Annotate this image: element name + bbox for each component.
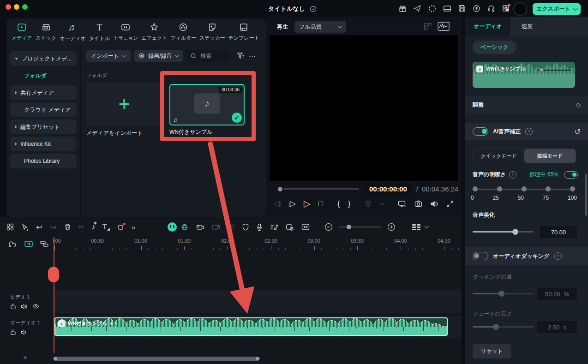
inspector-scrollbar[interactable] (585, 173, 587, 216)
upload-cloud-icon[interactable] (473, 5, 480, 12)
keyboard-panel-icon[interactable] (443, 5, 451, 12)
clarity-toggle[interactable] (564, 171, 578, 179)
basic-chip[interactable]: ベーシック (473, 41, 516, 54)
add-track-button[interactable]: + (23, 353, 27, 361)
seek-track[interactable] (283, 188, 359, 190)
microphone-icon[interactable] (256, 223, 263, 231)
mark-out-button[interactable]: } (348, 200, 351, 208)
volume-icon[interactable] (430, 200, 438, 208)
filter-funnel-icon[interactable] (237, 52, 245, 60)
mark-in-button[interactable]: { (337, 200, 340, 208)
timeline-horizontal-scrollbar[interactable] (53, 357, 260, 361)
tab-templates[interactable]: テンプレート (228, 22, 259, 46)
tab-stock[interactable]: ストック (36, 22, 57, 46)
sidebar-item-folder[interactable]: フォルダ (10, 68, 77, 83)
adjust-section-header[interactable]: 調整 ◇ (465, 96, 588, 113)
minimize-window-button[interactable] (14, 4, 19, 10)
fit-timeline-icon[interactable] (301, 223, 310, 231)
export-button[interactable]: エクスポート (533, 3, 581, 15)
screen-record-icon[interactable] (196, 224, 204, 231)
tab-transition[interactable]: トラ...ョン (113, 22, 138, 46)
fade-length-slider[interactable] (473, 324, 534, 330)
sidebar-item-project-media[interactable]: プロジェクトメデ... (10, 51, 77, 66)
next-frame-button[interactable]: |▷ (288, 200, 296, 208)
clip-volume-handle[interactable] (539, 67, 544, 72)
tab-effects[interactable]: エフェクト (141, 22, 167, 46)
processing-status-link[interactable]: 処理中 65% (529, 171, 558, 179)
support-headset-icon[interactable] (487, 5, 495, 12)
search-input[interactable] (199, 52, 226, 60)
sidebar-item-photos-library[interactable]: Photos Library (10, 154, 77, 168)
marker-chevron-icon[interactable] (380, 201, 384, 205)
delete-icon[interactable] (64, 223, 71, 231)
redo-icon[interactable]: ↪ (50, 222, 56, 232)
marker-button[interactable] (365, 200, 372, 208)
split-scissors-icon[interactable]: ✂ (78, 223, 84, 231)
quick-mode-button[interactable]: クイックモード (473, 149, 524, 163)
ducking-amount-slider[interactable] (473, 291, 534, 297)
visibility-eye-icon[interactable] (32, 303, 39, 310)
reset-section-icon[interactable]: ↺ (575, 127, 581, 136)
video-viewport[interactable] (270, 35, 458, 181)
ducking-toggle[interactable] (473, 252, 488, 260)
timeline-zoom-slider[interactable] (339, 224, 381, 230)
lock-icon[interactable] (10, 329, 16, 335)
shield-icon[interactable] (242, 223, 249, 231)
tab-stickers[interactable]: ステッカー (199, 22, 225, 46)
keyframe-hide-icon[interactable] (286, 224, 294, 231)
sidebar-item-cloud-media[interactable]: クラウド メディア (10, 102, 77, 117)
gift-icon[interactable] (399, 5, 407, 12)
beat-detect-icon[interactable]: ♪ (91, 223, 95, 231)
video-track-lane[interactable] (53, 290, 462, 313)
media-view-grid-icon[interactable] (6, 223, 14, 231)
play-button[interactable]: ▷ (304, 199, 311, 208)
snap-magnet-icon[interactable] (8, 240, 17, 248)
chevron-down-icon[interactable] (425, 224, 429, 229)
close-window-button[interactable] (6, 4, 11, 10)
playhead-line[interactable] (54, 237, 54, 353)
sidebar-item-influence-kit[interactable]: Influence Kit (10, 137, 77, 151)
zoom-window-button[interactable] (22, 4, 28, 10)
mute-speaker-icon[interactable] (21, 329, 28, 335)
select-cursor-icon[interactable] (21, 223, 29, 231)
apps-grid-icon[interactable] (502, 5, 510, 12)
stop-button[interactable]: □ (318, 200, 323, 208)
zoom-out-icon[interactable] (324, 223, 333, 231)
tab-speed[interactable]: 速度 (522, 23, 533, 30)
timeline-audio-clip[interactable]: ♪ WN付きサンプル (54, 317, 448, 336)
undo-icon[interactable]: ↩ (36, 222, 42, 232)
tab-titles[interactable]: T タイトル (89, 22, 110, 46)
record-dropdown[interactable]: 録画/録音 (134, 50, 183, 62)
quality-dropdown[interactable]: フル品質 (294, 21, 346, 33)
display-output-icon[interactable] (398, 200, 407, 208)
snapshot-camera-icon[interactable] (414, 200, 422, 207)
diamond-keyframe-icon[interactable]: ◇ (576, 101, 581, 108)
tab-audio[interactable]: ♬ オーディオ (60, 22, 86, 46)
crop-tool-icon[interactable] (117, 224, 124, 231)
track-manager-icon[interactable] (40, 240, 49, 248)
more-options-icon[interactable]: … (248, 50, 256, 59)
zoom-in-icon[interactable] (387, 223, 396, 231)
sidebar-item-shared-media[interactable]: 共有メディア (10, 85, 77, 100)
timeline-ruler[interactable]: 00:00 00:30 01:00 01:30 02:00 02:30 03:0… (53, 237, 460, 251)
tab-audio-properties[interactable]: オーディオ (465, 17, 510, 36)
extended-mode-button[interactable]: 拡張モード (524, 149, 576, 163)
previous-frame-button[interactable]: ◁| (274, 200, 281, 208)
ai-voice-toggle[interactable] (473, 127, 488, 136)
audio-clip-preview[interactable]: ♪ WN付きサンプル (473, 62, 575, 88)
seek-handle[interactable] (278, 187, 282, 191)
help-icon[interactable] (509, 171, 516, 179)
mute-speaker-icon[interactable] (21, 303, 28, 310)
tab-filters[interactable]: フィルター (170, 22, 196, 46)
voice-beautify-slider[interactable] (473, 229, 534, 235)
ai-copilot-icon[interactable] (168, 222, 177, 232)
save-icon[interactable] (458, 5, 466, 12)
playhead-handle[interactable] (48, 267, 59, 282)
help-icon[interactable] (554, 252, 562, 260)
more-tools-icon[interactable]: » (132, 223, 134, 231)
fullscreen-icon[interactable] (446, 200, 454, 208)
text-tool-icon[interactable]: T◢ (102, 223, 110, 231)
auto-ripple-icon[interactable] (24, 240, 33, 248)
reset-button[interactable]: リセット (473, 344, 511, 358)
ai-sparkle-bot-icon[interactable] (180, 223, 189, 231)
